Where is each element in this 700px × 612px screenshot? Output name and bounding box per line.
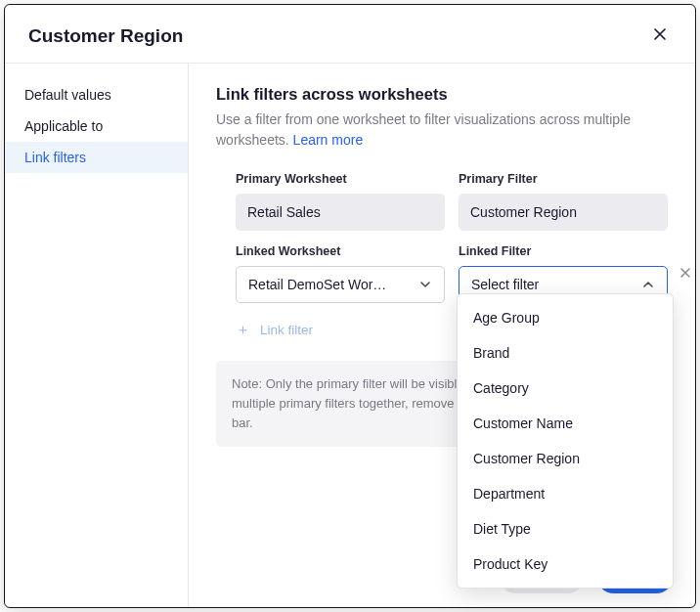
description-text: Use a filter from one worksheet to filte… <box>216 111 631 148</box>
close-icon <box>679 267 691 279</box>
content-title: Link filters across worksheets <box>216 85 668 104</box>
linked-filter-dropdown: Age Group Brand Category Customer Name C… <box>457 293 674 589</box>
dropdown-option[interactable]: Category <box>458 371 673 406</box>
primary-filter-label: Primary Filter <box>459 172 668 186</box>
chevron-down-icon <box>418 278 432 291</box>
chevron-up-icon <box>641 278 655 291</box>
remove-row-button[interactable] <box>679 267 691 281</box>
plus-icon: ＋ <box>236 321 250 339</box>
primary-worksheet-group: Primary Worksheet Retail Sales <box>236 172 445 231</box>
dropdown-scroll[interactable]: Age Group Brand Category Customer Name C… <box>458 300 673 582</box>
linked-filter-placeholder: Select filter <box>471 277 539 292</box>
close-button[interactable] <box>648 22 672 49</box>
sidebar-item-link-filters[interactable]: Link filters <box>5 142 188 173</box>
linked-worksheet-group: Linked Worksheet Retail DemoSet Wor… <box>236 244 445 303</box>
sidebar-item-applicable-to[interactable]: Applicable to <box>5 110 188 142</box>
sidebar: Default values Applicable to Link filter… <box>5 64 189 607</box>
modal-header: Customer Region <box>5 5 695 63</box>
primary-filter-group: Primary Filter Customer Region <box>459 172 668 231</box>
dropdown-option[interactable]: Age Group <box>458 300 673 335</box>
dropdown-option[interactable]: Product Key <box>458 546 673 582</box>
close-icon <box>652 26 668 42</box>
linked-worksheet-select[interactable]: Retail DemoSet Wor… <box>236 266 445 303</box>
content-description: Use a filter from one worksheet to filte… <box>216 109 668 151</box>
modal-dialog: Customer Region Default values Applicabl… <box>4 4 696 608</box>
linked-filter-label: Linked Filter <box>459 244 668 258</box>
form-grid: Primary Worksheet Retail Sales Primary F… <box>216 172 668 303</box>
add-link-label: Link filter <box>260 323 313 337</box>
primary-worksheet-label: Primary Worksheet <box>236 172 445 186</box>
learn-more-link[interactable]: Learn more <box>293 132 364 148</box>
primary-worksheet-value: Retail Sales <box>236 194 445 231</box>
sidebar-item-default-values[interactable]: Default values <box>5 79 188 110</box>
modal-title: Customer Region <box>28 25 183 47</box>
dropdown-option[interactable]: Customer Name <box>458 406 673 441</box>
linked-worksheet-value: Retail DemoSet Wor… <box>248 277 386 292</box>
primary-filter-value: Customer Region <box>459 194 668 231</box>
dropdown-option[interactable]: Brand <box>458 335 673 371</box>
dropdown-option[interactable]: Diet Type <box>458 511 673 546</box>
linked-worksheet-label: Linked Worksheet <box>236 244 445 258</box>
dropdown-option[interactable]: Department <box>458 476 673 511</box>
dropdown-option[interactable]: Customer Region <box>458 441 673 476</box>
